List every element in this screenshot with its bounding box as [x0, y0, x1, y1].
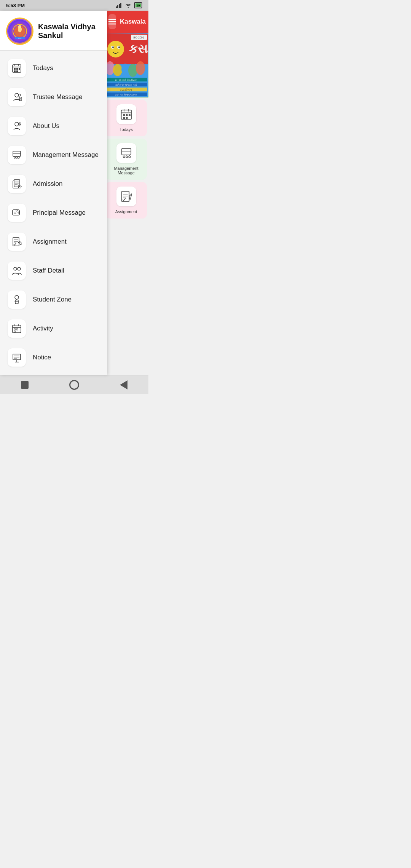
menu-label-admission: Admission: [33, 180, 62, 188]
student-icon: [11, 294, 22, 305]
nav-circle-icon: [69, 380, 79, 390]
menu-label-principal: Principal Message: [33, 209, 86, 217]
svg-rect-17: [19, 68, 20, 70]
svg-rect-16: [16, 68, 18, 70]
principal-icon: [11, 207, 22, 218]
app-bar-title: Kaswala: [120, 18, 146, 26]
svg-rect-60: [13, 325, 21, 333]
svg-rect-105: [129, 114, 131, 116]
drawer: SON Kaswala Vidhya Sankul: [0, 11, 107, 375]
management-card-icon-svg: [120, 147, 133, 160]
menu-item-about[interactable]: About Us: [0, 112, 107, 140]
menu-label-management: Management Message: [33, 151, 99, 159]
assignment-icon: [11, 236, 22, 247]
nav-home-button[interactable]: [67, 378, 81, 392]
activity-icon: [11, 323, 22, 334]
battery-icon: 19: [134, 2, 142, 8]
status-bar: 5:58 PM 19: [0, 0, 148, 11]
management-card-label: ManagementMessage: [114, 166, 138, 175]
trustee-icon-wrap: [8, 88, 26, 106]
todays-card-label: Todays: [119, 127, 133, 132]
signal-icon: [116, 3, 123, 8]
about-icon-wrap: [8, 117, 26, 135]
status-icons: 19: [116, 2, 142, 8]
right-panel: Kaswala ISO 2001- કસ: [104, 11, 148, 312]
svg-point-32: [16, 157, 18, 158]
svg-rect-0: [116, 6, 117, 8]
svg-point-112: [129, 156, 131, 158]
menu-label-about: About Us: [33, 122, 59, 130]
menu-label-staff: Staff Detail: [33, 267, 64, 274]
nav-back-button[interactable]: [18, 378, 32, 392]
staff-icon: [11, 265, 22, 276]
menu-label-trustee: Trustee Message: [33, 93, 83, 101]
menu-item-assignment[interactable]: Assignment: [0, 227, 107, 256]
menu-list: Todays Trustee Message: [0, 51, 107, 375]
app-title: Kaswala Vidhya Sankul: [38, 22, 101, 40]
student-icon-wrap: [8, 290, 26, 309]
menu-item-notice[interactable]: Notice: [0, 343, 107, 372]
about-icon: [11, 121, 22, 131]
svg-point-31: [14, 157, 16, 158]
notice-icon: [11, 352, 22, 363]
svg-point-26: [15, 122, 19, 126]
assignment-card[interactable]: Assignment: [105, 182, 147, 219]
trustee-icon: [11, 92, 22, 102]
menu-label-notice: Notice: [33, 354, 51, 361]
calendar-icon: [11, 63, 22, 73]
svg-point-57: [15, 295, 19, 299]
svg-point-110: [123, 156, 125, 158]
menu-item-principal[interactable]: Principal Message: [0, 198, 107, 227]
management-card-icon: [116, 143, 136, 163]
menu-item-trustee[interactable]: Trustee Message: [0, 83, 107, 112]
svg-point-8: [18, 25, 21, 28]
nav-triangle-icon: [120, 380, 127, 389]
svg-rect-104: [126, 114, 127, 116]
svg-point-56: [18, 267, 21, 270]
menu-item-activity[interactable]: Activity: [0, 314, 107, 343]
svg-rect-29: [13, 151, 21, 156]
management-card[interactable]: ManagementMessage: [105, 139, 147, 180]
main-container: SON Kaswala Vidhya Sankul: [0, 11, 148, 375]
svg-rect-19: [16, 70, 18, 72]
menu-item-student[interactable]: Student Zone: [0, 285, 107, 314]
status-time: 5:58 PM: [6, 3, 25, 8]
assignment-icon-wrap: [8, 233, 26, 251]
svg-rect-65: [16, 329, 18, 330]
drawer-header: SON Kaswala Vidhya Sankul: [0, 11, 107, 51]
todays-card[interactable]: Todays: [105, 100, 147, 136]
wifi-icon: [125, 3, 132, 8]
svg-rect-66: [14, 331, 16, 332]
hamburger-button[interactable]: [108, 14, 116, 29]
menu-label-student: Student Zone: [33, 296, 72, 303]
svg-rect-107: [126, 117, 127, 119]
app-logo: SON: [6, 18, 33, 45]
svg-rect-106: [123, 117, 125, 119]
menu-item-management[interactable]: Management Message: [0, 140, 107, 169]
assignment-card-icon-svg: [120, 190, 133, 203]
svg-point-33: [18, 157, 19, 158]
menu-item-admission[interactable]: Admission: [0, 169, 107, 198]
nav-recent-button[interactable]: [117, 378, 131, 392]
management-icon: [11, 150, 22, 160]
svg-rect-58: [15, 300, 18, 304]
notice-icon-wrap: [8, 348, 26, 367]
staff-icon-wrap: [8, 262, 26, 280]
todays-card-icon: [116, 104, 136, 124]
logo-emblem: SON: [10, 22, 29, 41]
svg-point-28: [19, 123, 20, 124]
menu-item-todays[interactable]: Todays: [0, 54, 107, 83]
svg-point-55: [14, 267, 17, 270]
hamburger-icon: [108, 19, 116, 25]
menu-label-todays: Todays: [33, 64, 53, 72]
app-bar: Kaswala: [104, 11, 148, 33]
card-grid: Todays ManagementMessage: [104, 97, 148, 221]
svg-rect-103: [123, 114, 125, 116]
menu-item-staff[interactable]: Staff Detail: [0, 256, 107, 285]
todays-card-calendar-icon: [120, 108, 133, 121]
activity-icon-wrap: [8, 319, 26, 338]
svg-rect-64: [14, 329, 16, 330]
svg-rect-1: [117, 5, 118, 8]
principal-icon-wrap: [8, 204, 26, 222]
admission-icon-wrap: [8, 175, 26, 193]
